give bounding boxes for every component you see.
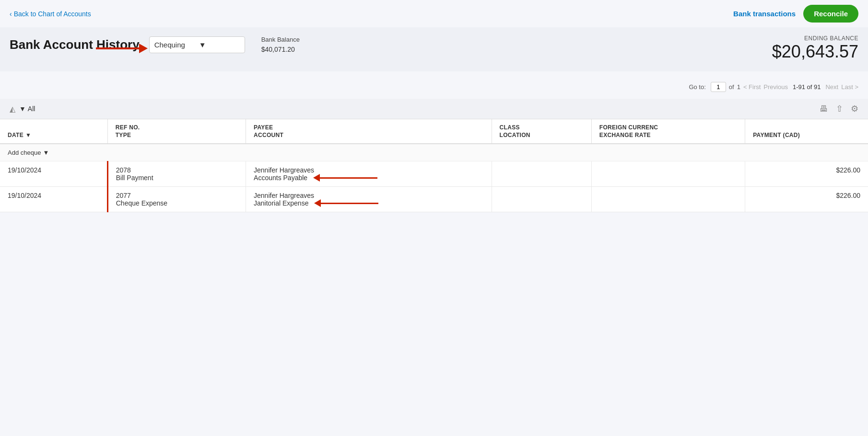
arrow-annotation xyxy=(96,44,148,53)
th-payee-label: PAYEE xyxy=(254,124,484,131)
previous-page-link[interactable]: Previous xyxy=(763,83,788,91)
th-type-label: TYPE xyxy=(116,132,238,138)
export-icon[interactable]: ⇧ xyxy=(836,103,843,114)
cell-payment-1: $226.00 xyxy=(745,161,868,187)
payment-value-2: $226.00 xyxy=(836,192,860,199)
ref-no-1: 2078 xyxy=(116,166,238,174)
date-value-1: 19/10/2024 xyxy=(8,166,41,174)
top-nav: ‹ Back to Chart of Accounts Bank transac… xyxy=(0,0,868,27)
add-cheque-arrow: ▼ xyxy=(43,149,49,156)
back-link-label: Back to Chart of Accounts xyxy=(14,10,91,18)
filter-dropdown-arrow: ▼ xyxy=(19,105,26,113)
th-payee: PAYEE ACCOUNT xyxy=(246,119,492,144)
cell-date-2: 19/10/2024 xyxy=(0,187,107,212)
header-right: ENDING BALANCE $20,643.57 xyxy=(772,35,858,62)
sort-icon[interactable]: ▼ xyxy=(25,132,31,138)
account-1: Accounts Payable xyxy=(254,174,307,182)
bank-balance-amount: $40,071.20 xyxy=(261,45,300,55)
table-section: ◭ ▼ All 🖶 ⇧ ⚙ DATE ▼ xyxy=(0,99,868,212)
table-header-row: DATE ▼ REF NO. TYPE PAYEE ACCOUNT xyxy=(0,119,868,144)
payee-2: Jennifer Hargreaves xyxy=(254,192,484,199)
print-icon[interactable]: 🖶 xyxy=(820,104,828,114)
go-to-label: Go to: xyxy=(689,83,705,91)
bank-balance: Bank Balance $40,071.20 xyxy=(261,35,300,55)
th-class-label: CLASS xyxy=(500,124,584,131)
cell-class-1 xyxy=(492,161,591,187)
bank-transactions-link[interactable]: Bank transactions xyxy=(733,10,796,18)
th-date-label: DATE xyxy=(8,132,23,138)
inline-left-arrow-2 xyxy=(314,199,378,207)
account-name: Chequing xyxy=(154,41,195,49)
payment-value-1: $226.00 xyxy=(836,166,860,174)
add-cheque-row: Add cheque ▼ xyxy=(0,144,868,161)
total-pages: 1 xyxy=(737,83,740,91)
cell-ref-1: 2078 Bill Payment xyxy=(107,161,246,187)
inline-left-arrow-1 xyxy=(313,174,377,182)
cell-payee-1: Jennifer Hargreaves Accounts Payable xyxy=(246,161,492,187)
cell-currency-1 xyxy=(591,161,745,187)
settings-icon[interactable]: ⚙ xyxy=(851,103,858,114)
filter-right: 🖶 ⇧ ⚙ xyxy=(820,103,858,114)
divider xyxy=(0,71,868,75)
type-1: Bill Payment xyxy=(116,174,238,182)
type-2: Cheque Expense xyxy=(116,199,238,207)
filter-bar: ◭ ▼ All 🖶 ⇧ ⚙ xyxy=(0,99,868,119)
filter-icon: ◭ xyxy=(10,104,15,114)
arrow-head-left-1 xyxy=(313,174,320,182)
of-label: of xyxy=(729,83,734,91)
arrow-head xyxy=(139,44,148,53)
th-payment: PAYMENT (CAD) xyxy=(745,119,868,144)
ending-balance-label: ENDING BALANCE xyxy=(772,35,858,42)
filter-left: ◭ ▼ All xyxy=(10,104,35,114)
cell-date-1: 19/10/2024 xyxy=(0,161,107,187)
last-page-link[interactable]: Last > xyxy=(841,83,858,91)
account-selector[interactable]: Chequing ▼ xyxy=(149,36,245,53)
th-exchange-rate-label: EXCHANGE RATE xyxy=(599,132,737,138)
chevron-left-icon: ‹ xyxy=(10,10,12,18)
dropdown-arrow-icon: ▼ xyxy=(199,41,240,49)
th-foreign-currency-label: FOREIGN CURRENC xyxy=(599,124,737,131)
cell-class-2 xyxy=(492,187,591,212)
th-ref-label: REF NO. xyxy=(116,124,238,131)
table-row[interactable]: 19/10/2024 2078 Bill Payment Jennifer Ha… xyxy=(0,161,868,187)
back-link[interactable]: ‹ Back to Chart of Accounts xyxy=(10,10,91,18)
th-currency: FOREIGN CURRENC EXCHANGE RATE xyxy=(591,119,745,144)
cell-currency-2 xyxy=(591,187,745,212)
arrow-line-2 xyxy=(321,203,378,204)
arrow-head-left-2 xyxy=(314,199,321,207)
cell-payee-2: Jennifer Hargreaves Janitorial Expense xyxy=(246,187,492,212)
header-section: Bank Account History Chequing ▼ Bank Bal… xyxy=(0,27,868,71)
filter-dropdown[interactable]: ▼ All xyxy=(19,105,35,113)
filter-all-label: All xyxy=(28,105,35,113)
account-row-2: Janitorial Expense xyxy=(254,199,484,207)
ending-balance-amount: $20,643.57 xyxy=(772,42,858,62)
next-page-link[interactable]: Next xyxy=(825,83,838,91)
pagination-bar: Go to: of 1 < First Previous 1-91 of 91 … xyxy=(0,75,868,99)
first-page-link[interactable]: < First xyxy=(743,83,761,91)
add-cheque-label: Add cheque xyxy=(8,149,41,156)
th-location-label: LOCATION xyxy=(500,132,584,138)
page-range: 1-91 of 91 xyxy=(793,83,821,91)
ref-no-2: 2077 xyxy=(116,192,238,199)
account-2: Janitorial Expense xyxy=(254,199,308,207)
th-class: CLASS LOCATION xyxy=(492,119,591,144)
page-input[interactable] xyxy=(711,82,726,92)
top-nav-right: Bank transactions Reconcile xyxy=(733,5,858,23)
date-value-2: 19/10/2024 xyxy=(8,192,41,199)
th-ref: REF NO. TYPE xyxy=(107,119,246,144)
th-date: DATE ▼ xyxy=(0,119,107,144)
th-payment-label: PAYMENT (CAD) xyxy=(753,132,800,138)
arrow-line xyxy=(96,47,139,49)
reconcile-button[interactable]: Reconcile xyxy=(803,5,858,23)
red-arrow-right xyxy=(96,44,148,53)
payee-1: Jennifer Hargreaves xyxy=(254,166,484,174)
cell-ref-2: 2077 Cheque Expense xyxy=(107,187,246,212)
add-cheque-button[interactable]: Add cheque ▼ xyxy=(8,149,860,156)
arrow-line-1 xyxy=(320,177,377,179)
header-left: Bank Account History Chequing ▼ Bank Bal… xyxy=(10,35,300,55)
th-account-label: ACCOUNT xyxy=(254,132,484,138)
cell-payment-2: $226.00 xyxy=(745,187,868,212)
table-row[interactable]: 19/10/2024 2077 Cheque Expense Jennifer … xyxy=(0,187,868,212)
transactions-table: DATE ▼ REF NO. TYPE PAYEE ACCOUNT xyxy=(0,119,868,212)
bank-balance-label: Bank Balance xyxy=(261,35,300,45)
